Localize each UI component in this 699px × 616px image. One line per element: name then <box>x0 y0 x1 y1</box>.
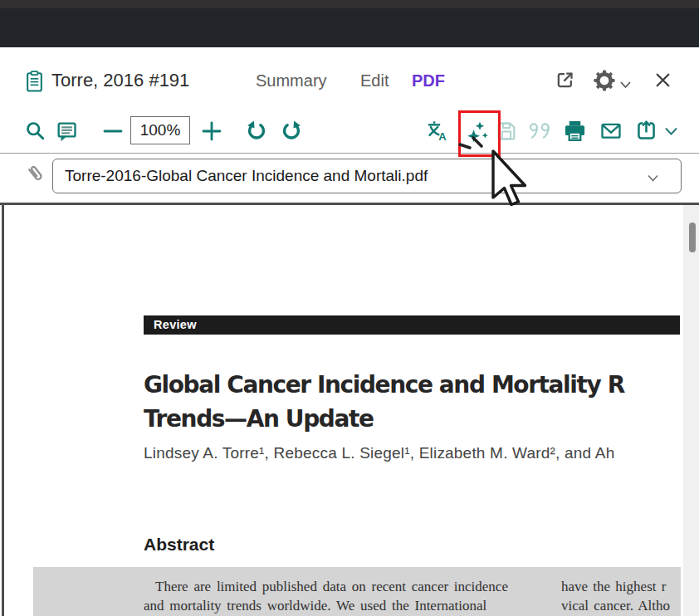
reference-title: Torre, 2016 #191 <box>51 70 189 91</box>
chevron-down-icon[interactable] <box>664 125 678 139</box>
pdf-scrollbar-thumb[interactable] <box>689 222 696 252</box>
pdf-article-title-line2: Trends—An Update <box>144 402 681 437</box>
pdf-abstract-heading: Abstract <box>144 535 214 555</box>
zoom-level-input[interactable]: 100% <box>130 116 190 144</box>
abstract-text-line: vical cancer. Altho <box>561 596 681 615</box>
attachment-row: Torre-2016-Global Cancer Incidence and M… <box>0 154 699 203</box>
pdf-abstract-box: There are limited published data on rece… <box>33 567 681 616</box>
open-external-icon[interactable] <box>554 69 576 95</box>
tab-edit[interactable]: Edit <box>360 71 389 90</box>
chevron-down-icon <box>647 171 659 186</box>
email-icon[interactable] <box>599 120 623 146</box>
paperclip-icon <box>25 162 48 192</box>
tab-pdf[interactable]: PDF <box>412 71 445 90</box>
pdf-section-banner: Review <box>144 315 680 335</box>
attachment-filename: Torre-2016-Global Cancer Incidence and M… <box>65 167 638 185</box>
pdf-article-authors: Lindsey A. Torre¹, Rebecca L. Siegel¹, E… <box>144 444 681 462</box>
svg-text:A: A <box>438 130 446 142</box>
settings-gear-icon[interactable] <box>593 69 616 95</box>
desktop-strip <box>0 0 699 8</box>
chevron-down-icon[interactable] <box>619 77 632 92</box>
comment-icon[interactable] <box>55 120 78 146</box>
abstract-column-2: have the highest r vical cancer. Altho <box>561 577 681 615</box>
tab-summary[interactable]: Summary <box>256 71 327 90</box>
reference-header: Torre, 2016 #191 Summary Edit PDF <box>0 47 699 110</box>
pdf-page[interactable]: Review Global Cancer Incidence and Morta… <box>4 205 681 616</box>
close-icon[interactable] <box>653 70 673 94</box>
rotate-left-icon[interactable] <box>245 119 268 145</box>
endnote-pdf-viewer-window: Torre, 2016 #191 Summary Edit PDF <box>0 0 699 616</box>
attachment-file-dropdown[interactable]: Torre-2016-Global Cancer Incidence and M… <box>52 159 682 193</box>
translate-icon[interactable]: A <box>425 120 450 145</box>
pdf-section-label: Review <box>154 318 197 331</box>
abstract-text-line: and mortality trends worldwide. We used … <box>144 596 555 615</box>
pdf-viewer: Review Global Cancer Incidence and Morta… <box>2 205 699 616</box>
rotate-right-icon[interactable] <box>280 119 303 145</box>
pdf-scrollbar-track[interactable] <box>683 205 699 616</box>
pdf-article-title-line1: Global Cancer Incidence and Mortality R <box>144 368 681 403</box>
print-icon[interactable] <box>563 119 587 146</box>
pdf-toolbar: 100% A <box>0 109 699 154</box>
abstract-text-line: have the highest r <box>561 577 681 596</box>
export-icon[interactable] <box>634 119 658 146</box>
zoom-in-icon[interactable] <box>201 120 222 145</box>
zoom-out-icon[interactable] <box>102 122 124 144</box>
clipboard-icon <box>24 69 45 97</box>
abstract-text-line: There are limited published data on rece… <box>144 577 555 596</box>
abstract-column-1: There are limited published data on rece… <box>144 577 555 615</box>
mouse-cursor-arrow-icon <box>448 125 540 219</box>
application-titlebar <box>0 8 699 47</box>
search-icon[interactable] <box>24 120 46 145</box>
pdf-article-title: Global Cancer Incidence and Mortality R … <box>144 368 681 437</box>
